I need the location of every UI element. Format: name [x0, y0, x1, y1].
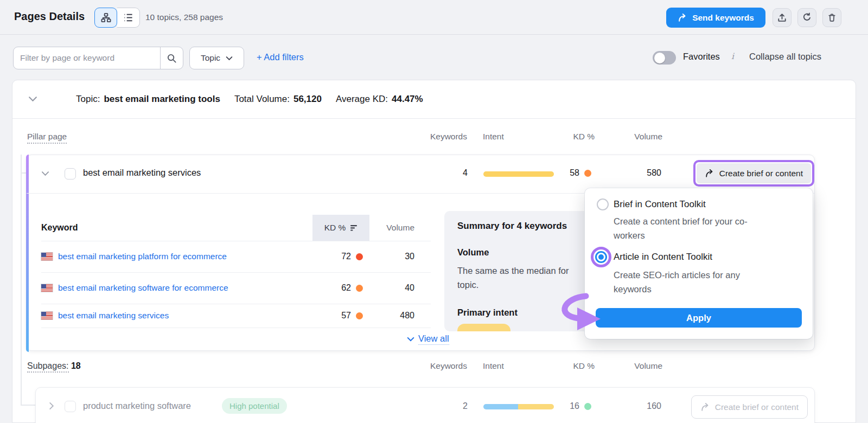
- search-button[interactable]: [160, 47, 183, 69]
- volume-column-header: Volume: [371, 223, 414, 233]
- apply-button[interactable]: Apply: [596, 308, 802, 328]
- favorites-toggle[interactable]: [653, 51, 676, 65]
- subpage-row-chevron[interactable]: [49, 402, 54, 412]
- brief-radio-button[interactable]: [597, 198, 609, 210]
- export-button[interactable]: [773, 8, 792, 27]
- pillar-page-title: best email marketing services: [83, 168, 201, 178]
- keyword-kd: 57: [309, 311, 363, 321]
- subpages-count: 18: [71, 361, 81, 370]
- favorites-label: Favorites: [683, 52, 720, 62]
- us-flag-icon: [41, 284, 53, 292]
- info-icon[interactable]: i: [731, 52, 734, 61]
- article-radio-button[interactable]: [595, 251, 607, 263]
- search-input[interactable]: [14, 47, 160, 69]
- chevron-down-icon: [41, 171, 49, 176]
- chevron-down-icon: [226, 56, 233, 61]
- chevron-down-icon: [407, 337, 414, 342]
- us-flag-icon: [41, 253, 53, 260]
- annotation-highlight-box: Create brief or content: [693, 160, 814, 187]
- add-filters-button[interactable]: + Add filters: [257, 52, 304, 62]
- keyword-link[interactable]: best email marketing software for ecomme…: [58, 283, 228, 293]
- view-all-link[interactable]: View all: [407, 334, 449, 345]
- high-potential-badge: High potential: [222, 398, 287, 414]
- topic-filter-dropdown[interactable]: Topic: [189, 47, 244, 69]
- send-keywords-button[interactable]: Send keywords: [666, 8, 765, 28]
- page-title: Pages Details: [14, 10, 85, 23]
- summary-title: Summary for 4 keywords: [457, 221, 567, 232]
- filter-search-group: [13, 47, 183, 69]
- trash-icon: [827, 12, 837, 23]
- article-option-label[interactable]: Article in Content Toolkit: [614, 252, 712, 262]
- average-kd-label: Average KD:: [336, 94, 388, 104]
- refresh-icon: [802, 12, 812, 23]
- forward-arrow-icon: [700, 402, 710, 412]
- hierarchy-icon: [101, 12, 111, 23]
- subpage-keywords-count: 2: [421, 401, 468, 411]
- topic-summary-line: Topic:best email marketing toolsTotal Vo…: [76, 94, 423, 105]
- keyword-kd: 62: [309, 283, 363, 293]
- keyword-link[interactable]: best email marketing platform for ecomme…: [58, 252, 227, 261]
- refresh-button[interactable]: [797, 8, 816, 27]
- tree-connector: [21, 405, 35, 406]
- upload-icon: [777, 12, 787, 23]
- keyword-row: best email marketing software for ecomme…: [41, 272, 431, 304]
- subpage-volume: 160: [615, 401, 661, 411]
- keyword-row: best email marketing platform for ecomme…: [41, 241, 431, 272]
- subpage-card: product marketing software High potentia…: [35, 387, 815, 423]
- keyword-row: best email marketing services 57 480: [41, 304, 431, 328]
- summary-volume-text: topic.: [457, 280, 478, 290]
- pillar-row-checkbox[interactable]: [65, 168, 76, 180]
- create-brief-or-content-button[interactable]: Create brief or content: [697, 163, 811, 183]
- keyword-volume: 480: [371, 311, 414, 321]
- topic-label: Topic:: [76, 94, 100, 104]
- keyword-kd: 72: [309, 252, 363, 261]
- sort-descending-icon: [350, 224, 358, 232]
- kd-sort-header[interactable]: KD %: [312, 215, 369, 241]
- topic-collapse-chevron[interactable]: [28, 95, 37, 104]
- pillar-kd-value: 58: [539, 168, 591, 178]
- pillar-keywords-count: 4: [421, 168, 468, 178]
- delete-button[interactable]: [822, 8, 841, 27]
- pillar-volume: 580: [615, 168, 661, 178]
- top-bar: Pages Details 10 topics, 258 pages Send …: [0, 0, 868, 35]
- subpage-title: product marketing software: [83, 401, 191, 411]
- annotation-highlight-ring: [591, 247, 611, 267]
- forward-arrow-icon: [705, 169, 714, 178]
- brief-option-label[interactable]: Brief in Content Toolkit: [614, 199, 706, 210]
- article-option-description: Create SEO-rich articles for any keyword…: [614, 268, 740, 296]
- kd-column-header: KD %: [548, 132, 595, 142]
- keyword-link[interactable]: best email marketing services: [58, 311, 169, 321]
- pillar-row-chevron[interactable]: [41, 170, 49, 178]
- create-brief-or-content-button[interactable]: Create brief or content: [691, 395, 808, 419]
- radio-dot: [598, 254, 604, 260]
- list-view-button[interactable]: [117, 8, 140, 28]
- subpages-header: Subpages: 18: [27, 361, 81, 371]
- tree-connector: [21, 155, 22, 406]
- total-volume-label: Total Volume:: [234, 94, 290, 104]
- intent-pill: [457, 324, 510, 331]
- kd-dot: [356, 253, 363, 260]
- keyword-column-header: Keyword: [41, 223, 78, 233]
- collapse-all-topics-button[interactable]: Collapse all topics: [749, 52, 821, 62]
- keywords-column-header: Keywords: [420, 132, 467, 142]
- summary-intent-heading: Primary intent: [457, 307, 518, 318]
- subpage-kd-value: 16: [539, 401, 591, 411]
- forward-arrow-icon: [678, 13, 687, 23]
- us-flag-icon: [41, 312, 53, 319]
- divider: [41, 328, 431, 328]
- average-kd-value: 44.47%: [392, 94, 423, 104]
- subpages-label: Subpages:: [27, 361, 69, 373]
- keyword-volume: 30: [371, 252, 414, 261]
- summary-volume-text: The same as the median for: [457, 266, 569, 276]
- tree-view-button[interactable]: [94, 8, 117, 28]
- send-keywords-label: Send keywords: [692, 13, 754, 23]
- pages-details-screen: Pages Details 10 topics, 258 pages Send …: [0, 0, 868, 423]
- create-brief-label: Create brief or content: [715, 402, 799, 412]
- topic-filter-label: Topic: [201, 53, 220, 63]
- summary-volume-heading: Volume: [457, 247, 489, 258]
- kd-column-header: KD %: [548, 361, 595, 371]
- pillar-page-column-header: Pillar page: [27, 132, 67, 144]
- subpage-row-checkbox[interactable]: [65, 401, 76, 412]
- topic-name: best email marketing tools: [104, 94, 220, 104]
- kd-dot: [584, 170, 591, 177]
